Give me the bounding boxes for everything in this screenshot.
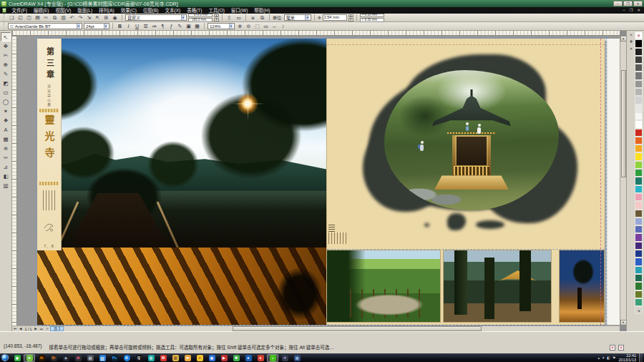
taskbar-maxthon[interactable]: 回 (97, 354, 108, 362)
chapter-sidebar[interactable]: 第三章 灵光寺小景 靈光寺 7、8 (37, 39, 62, 250)
units-combo[interactable]: 毫米 ▾ (284, 14, 311, 21)
color-swatch[interactable] (635, 242, 643, 250)
color-swatch[interactable] (635, 217, 643, 225)
new-button[interactable]: ❏ (8, 14, 16, 21)
zoom-out-button[interactable]: ⊖ (245, 23, 253, 30)
font-size-combo[interactable]: 24pt ▾ (84, 23, 109, 29)
print-button[interactable]: ▤ (34, 14, 42, 21)
bullets-button[interactable]: ≔ (150, 23, 158, 30)
garden-photo[interactable] (327, 250, 440, 322)
eyedropper-tool[interactable]: ✑ (1, 153, 11, 162)
export-button[interactable]: ⇱ (94, 14, 102, 21)
zoom-tool[interactable]: ⊕ (1, 60, 11, 69)
menu-effects[interactable]: 效果(C) (117, 7, 140, 14)
taskbar-globe[interactable]: ◍ (206, 354, 218, 362)
margin-guide-vertical[interactable] (600, 39, 601, 325)
show-desktop-button[interactable] (639, 353, 643, 362)
margin-guide-horizontal[interactable] (327, 44, 605, 45)
taskbar-computer[interactable]: ▦ (291, 354, 303, 362)
color-swatch[interactable] (635, 145, 643, 152)
italic-button[interactable]: I (125, 23, 132, 30)
paper-preset-combo[interactable]: 自定义 ▾ (125, 14, 187, 21)
copy-button[interactable]: ⧉ (51, 14, 59, 21)
color-swatch[interactable] (635, 169, 643, 177)
duplicate-x-field[interactable]: ↦6.35 mm (360, 14, 384, 18)
shape-tool[interactable]: ✥ (1, 41, 11, 51)
taskbar-clock[interactable]: 22:41 2013/1/13 (617, 353, 638, 362)
color-swatch[interactable] (635, 64, 643, 72)
smart-fill-tool[interactable]: ◩ (1, 79, 11, 88)
menu-bitmaps[interactable]: 位图(B) (140, 7, 162, 14)
cut-button[interactable]: ✂ (42, 14, 50, 21)
pick-tool[interactable]: ↖ (1, 32, 11, 41)
toolbar-grip[interactable] (3, 23, 5, 29)
start-button[interactable] (1, 354, 9, 361)
font-name-combo[interactable]: O AvantGarde Bk BT ▾ (8, 23, 82, 29)
ink-wash-photo[interactable] (363, 54, 579, 232)
bold-button[interactable]: B (116, 23, 124, 30)
redo-button[interactable]: ↷ (77, 14, 84, 21)
fill-tool[interactable]: ◧ (1, 172, 11, 181)
no-color-swatch[interactable]: ✕ (635, 31, 643, 39)
taskbar-browser-red[interactable]: e (255, 354, 266, 362)
v-text-button[interactable]: ▦ (193, 23, 201, 30)
dock-add-icon[interactable]: ✥ (628, 39, 635, 45)
menu-window[interactable]: 窗口(W) (228, 7, 250, 14)
color-swatch[interactable] (635, 298, 643, 306)
zoom-selected-button[interactable]: ⬚ (253, 23, 261, 30)
color-swatch[interactable] (635, 210, 643, 217)
color-swatch[interactable] (635, 201, 643, 209)
text-tool[interactable]: A (1, 125, 11, 134)
rectangle-tool[interactable]: ▭ (1, 88, 11, 97)
doc-minimize-button[interactable]: – (621, 7, 626, 14)
taskbar-360safe[interactable]: ◉ (11, 354, 23, 362)
menu-edit[interactable]: 编辑(E) (30, 7, 52, 14)
color-swatch[interactable] (635, 177, 643, 185)
tray-icon-2[interactable]: ✦ (602, 356, 605, 360)
vertical-scroll-thumb[interactable] (621, 70, 626, 177)
duplicate-y-field[interactable]: ↥6.35 mm (360, 18, 384, 22)
color-swatch[interactable] (635, 233, 643, 241)
basic-shapes-tool[interactable]: ❖ (1, 116, 11, 125)
taskbar-kugou[interactable]: K (121, 354, 132, 362)
color-swatch[interactable] (635, 282, 643, 290)
zoom-in-button[interactable]: ⊕ (236, 23, 244, 30)
page-right[interactable] (326, 39, 605, 325)
menu-file[interactable]: 文件(F) (9, 7, 30, 14)
margin-guide-horizontal[interactable] (327, 249, 605, 250)
taskbar-illustrator[interactable]: Ai (36, 354, 47, 362)
nudge-spinner[interactable]: ▲▼ (348, 14, 353, 21)
app-launcher-button[interactable]: ⊞ (102, 14, 110, 21)
tray-icon-3[interactable]: ◧ (607, 356, 610, 360)
taskbar-ie[interactable]: e (243, 354, 254, 362)
zoom-level-combo[interactable]: 124% ▾ (208, 23, 235, 29)
drop-cap-button[interactable]: ¶ (159, 23, 167, 30)
chevron-down-icon[interactable]: ▾ (305, 15, 308, 20)
pavilion-photo[interactable] (444, 250, 551, 322)
paper-size-spinner[interactable]: ▲▼ (214, 14, 219, 21)
crop-tool[interactable]: ✂ (1, 51, 11, 60)
dusk-tree-photo[interactable] (560, 250, 604, 322)
outline-pen-tool[interactable]: ⊿ (1, 162, 11, 172)
color-swatch[interactable] (635, 120, 643, 128)
color-swatch[interactable] (635, 56, 643, 64)
color-swatch[interactable] (635, 193, 643, 201)
landscape-button[interactable]: ▭ (235, 14, 243, 21)
taskbar-pictures[interactable]: ▧ (170, 354, 181, 362)
doc-restore-button[interactable]: ❐ (628, 7, 634, 14)
page-left[interactable]: 第三章 灵光寺小景 靈光寺 7、8 (37, 39, 326, 325)
taskbar-office-app[interactable]: ◆ (60, 354, 72, 362)
tray-icon-1[interactable]: ▴ (598, 356, 600, 360)
zoom-width-button[interactable]: ↔ (270, 23, 278, 30)
menu-help[interactable]: 帮助(H) (251, 7, 273, 14)
color-swatch[interactable] (635, 96, 643, 104)
interactive-fill-tool[interactable]: ▥ (1, 181, 11, 190)
color-swatch[interactable] (635, 39, 643, 47)
taskbar-swirl-app[interactable]: ◎ (145, 354, 157, 362)
color-swatch[interactable] (635, 152, 643, 160)
page-tab[interactable]: 页 1 (50, 326, 64, 331)
color-swatch[interactable] (635, 88, 643, 96)
paste-button[interactable]: ▥ (59, 14, 67, 21)
color-swatch[interactable] (635, 80, 643, 88)
collapse-icon[interactable]: « (628, 31, 635, 38)
